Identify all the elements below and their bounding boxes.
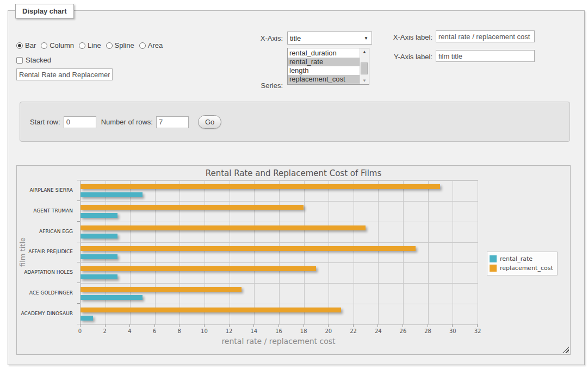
radio-column-icon[interactable] [41,42,47,49]
x-tick-label: 18 [300,328,307,334]
bar-rental_rate [81,316,93,321]
row-range-controls: Start row: Number of rows: Go [30,115,221,129]
x-tick-label: 26 [400,328,407,334]
y-axis-label-input[interactable] [436,50,535,62]
chart-legend: rental_ratereplacement_cost [487,252,558,275]
stacked-label[interactable]: Stacked [26,56,51,64]
radio-line-label[interactable]: Line [88,41,101,49]
radio-bar-label[interactable]: Bar [25,41,36,49]
bar-rental_rate [81,192,143,197]
radio-spline-icon[interactable] [106,42,113,49]
resize-grip-icon[interactable] [562,347,569,353]
radio-line-icon[interactable] [79,42,85,49]
start-row-label: Start row: [30,118,60,126]
bar-group [81,242,478,263]
chart-type-area[interactable]: Area [139,41,163,49]
bar-replacement_cost [81,184,440,189]
x-tick-label: 6 [153,328,156,334]
bar-group [81,283,478,304]
chart-type-column[interactable]: Column [41,41,74,49]
x-tick-label: 30 [449,328,456,334]
category-label: AFFAIR PREJUDICE [17,242,77,262]
number-of-rows-input[interactable] [156,116,189,128]
stacked-checkbox[interactable] [16,57,23,64]
bar-group [81,180,478,201]
bar-rental_rate [81,254,117,259]
plot-area [80,180,478,325]
number-of-rows-label: Number of rows: [101,118,153,126]
x-axis-tick-labels: 02468101214161820222426283032 [80,328,478,335]
bar-group [81,262,478,283]
chart-container: Rental Rate and Replacement Cost of Film… [16,165,571,355]
category-label: AFRICAN EGG [17,221,77,242]
x-axis-ticks [80,324,478,327]
x-axis-title: rental rate / replacement cost [80,337,477,346]
series-select-label: Series: [223,81,283,90]
radio-area-label[interactable]: Area [148,41,163,49]
x-tick-label: 28 [424,328,431,334]
radio-bar-icon[interactable] [16,42,23,49]
bar-replacement_cost [81,308,341,312]
x-tick-label: 20 [325,328,332,334]
category-label: ADAPTATION HOLES [17,262,77,283]
chart-type-spline[interactable]: Spline [106,41,134,49]
category-label: AIRPLANE SIERRA [17,180,77,200]
go-button[interactable]: Go [198,115,221,129]
bar-rental_rate [81,274,117,279]
legend-item: rental_rate [490,254,553,264]
bar-rental_rate [81,213,117,218]
radio-spline-label[interactable]: Spline [115,41,134,49]
bar-group [81,222,478,242]
bar-replacement_cost [81,246,416,251]
x-tick-label: 22 [350,328,357,334]
x-tick-label: 16 [275,328,282,334]
bar-rental_rate [81,295,143,300]
fieldset-legend: Display chart [15,4,74,18]
x-tick-label: 14 [250,328,257,334]
legend-swatch-replacement_cost [490,265,497,272]
x-tick-label: 2 [103,328,107,334]
category-label: AGENT TRUMAN [17,200,77,221]
series-option-length[interactable]: length [288,66,360,75]
page: Display chart Bar Column Line Spline [0,0,588,370]
bar-replacement_cost [81,287,242,292]
scrollbar-thumb[interactable] [361,62,368,74]
legend-item: replacement_cost [490,264,553,273]
series-option-replacement_cost[interactable]: replacement_cost [288,75,360,84]
chart-type-line[interactable]: Line [79,41,101,49]
x-tick-label: 0 [78,328,82,334]
category-label: ACADEMY DINOSAUR [17,303,77,324]
fieldset-legend-text: Display chart [22,7,67,15]
row-range-panel: Start row: Number of rows: Go [20,102,570,142]
legend-label: rental_rate [500,255,533,262]
bar-rental_rate [81,234,117,239]
display-chart-fieldset: Display chart Bar Column Line Spline [8,10,585,365]
category-label: ACE GOLDFINGER [17,283,77,303]
bar-group [81,201,478,222]
scroll-down-icon[interactable]: ▼ [360,77,369,84]
chart-type-radios: Bar Column Line Spline Area [16,41,163,49]
bar-replacement_cost [81,266,316,271]
legend-label: replacement_cost [500,265,553,272]
x-tick-label: 4 [128,328,131,334]
chart-title: Rental Rate and Replacement Cost of Film… [17,168,570,178]
x-axis-label-input[interactable] [436,30,535,42]
bar-replacement_cost [81,225,366,230]
y-axis-label-field-label: Y-Axis label: [335,53,432,61]
chart-title-input[interactable] [16,68,113,80]
x-tick-label: 24 [375,328,382,334]
x-tick-label: 8 [178,328,181,334]
x-axis-select-label: X-Axis: [223,34,283,42]
radio-column-label[interactable]: Column [49,41,74,49]
start-row-input[interactable] [64,116,96,128]
x-tick-label: 10 [201,328,208,334]
stacked-row: Stacked [16,56,51,64]
x-axis-label-field-label: X-Axis label: [335,33,432,41]
y-axis-category-labels: AIRPLANE SIERRAAGENT TRUMANAFRICAN EGGAF… [17,180,77,324]
bar-replacement_cost [81,205,304,210]
chart-type-bar[interactable]: Bar [16,41,36,49]
x-tick-label: 12 [226,328,233,334]
radio-area-icon[interactable] [139,42,146,49]
legend-swatch-rental_rate [490,255,497,262]
x-tick-label: 32 [474,328,481,334]
